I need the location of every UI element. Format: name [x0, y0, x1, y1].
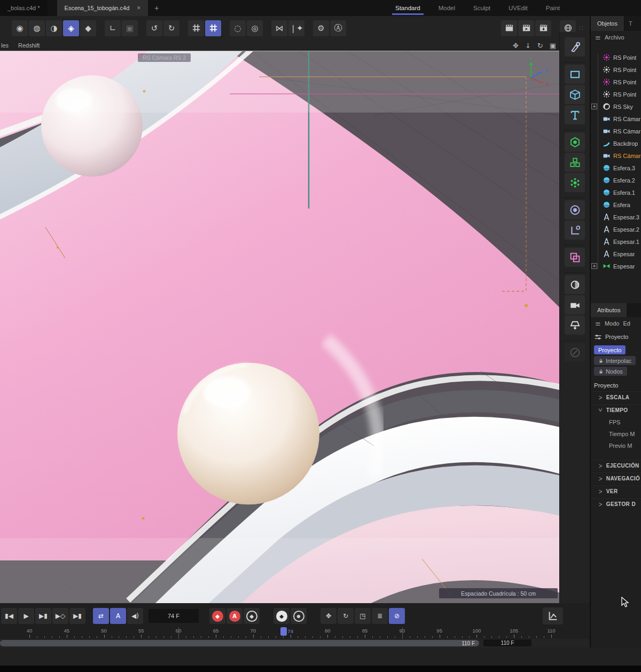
- record-hierarchy-button[interactable]: ●: [291, 608, 307, 624]
- timeline-end-field[interactable]: 110 F: [483, 639, 531, 646]
- group-navegació[interactable]: >NAVEGACIÓ: [591, 472, 641, 485]
- object-row[interactable]: Espesar: [591, 248, 641, 260]
- playhead[interactable]: [280, 627, 287, 636]
- tab-atributos[interactable]: Atributos: [591, 303, 627, 317]
- object-row[interactable]: Espesar.3: [591, 211, 641, 223]
- render-picture-viewer-button[interactable]: [518, 20, 534, 36]
- group-escala[interactable]: >ESCALA: [591, 391, 641, 404]
- record-keyframe-button[interactable]: ◆: [209, 608, 225, 624]
- hamburger-icon[interactable]: ≡: [595, 34, 601, 42]
- tweak-tool[interactable]: ◆: [80, 20, 96, 36]
- object-row[interactable]: Espesar.2: [591, 223, 641, 235]
- key-scale-button[interactable]: ◳: [355, 608, 371, 624]
- object-row[interactable]: RS Point: [591, 64, 641, 76]
- pan-view-button[interactable]: ✥: [513, 42, 519, 50]
- goto-end-button[interactable]: ▶▮: [69, 608, 85, 624]
- expander-icon[interactable]: +: [591, 104, 597, 109]
- document-tab-inactive[interactable]: _bolas.c4d *: [0, 0, 48, 16]
- viewport-menu-redshift[interactable]: Redshift: [18, 42, 40, 49]
- attribute-row[interactable]: Previo M: [591, 440, 641, 452]
- rotate-view-button[interactable]: ↻: [537, 42, 543, 50]
- modeling-settings-button[interactable]: ⚙: [313, 20, 329, 36]
- environment-tool[interactable]: [565, 275, 585, 294]
- layout-tab-model[interactable]: Model: [439, 5, 455, 11]
- undo-button[interactable]: ↺: [146, 20, 162, 36]
- next-frame-button[interactable]: ▶▮: [35, 608, 51, 624]
- field-tool[interactable]: [565, 200, 585, 219]
- quantize-snap-button[interactable]: [205, 20, 221, 36]
- sound-toggle-button[interactable]: ◀): [127, 608, 143, 624]
- play-button[interactable]: ▶: [18, 608, 34, 624]
- menu-modo[interactable]: Modo: [605, 320, 620, 327]
- mode-tab-interpolac[interactable]: Interpolac: [594, 356, 636, 365]
- attribute-row[interactable]: FPS: [591, 416, 641, 428]
- light-tool[interactable]: [565, 315, 585, 335]
- object-row[interactable]: Espesar.1: [591, 235, 641, 248]
- axis-center-button[interactable]: ◎: [247, 20, 263, 36]
- auto-mode-button[interactable]: Ⓐ: [330, 20, 346, 36]
- key-rotation-button[interactable]: ↻: [338, 608, 354, 624]
- move-tool[interactable]: ◍: [29, 20, 45, 36]
- key-filter-button[interactable]: ⊘: [389, 608, 405, 624]
- key-position-button[interactable]: ✥: [320, 608, 337, 624]
- spline-pen-tool[interactable]: [565, 37, 585, 57]
- expander-icon[interactable]: +: [591, 263, 597, 269]
- subdivision-surface-tool[interactable]: [565, 132, 585, 152]
- object-row[interactable]: RS Cámar: [591, 113, 641, 125]
- keyframe-selection-button[interactable]: ◆: [244, 608, 260, 624]
- scale-tool[interactable]: ◑: [46, 20, 62, 36]
- object-row[interactable]: RS Point: [591, 76, 641, 88]
- zoom-view-button[interactable]: ↓: [525, 42, 531, 50]
- cloner-tool[interactable]: [565, 153, 585, 172]
- timeline-range-bar[interactable]: 110 F: [0, 640, 479, 646]
- loop-playback-button[interactable]: ⇄: [93, 608, 109, 624]
- play-sound-button[interactable]: ▶◇: [52, 608, 68, 624]
- render-settings-button[interactable]: [535, 20, 551, 36]
- attribute-row[interactable]: Tiempo M: [591, 428, 641, 440]
- primitive-cube-tool[interactable]: [565, 85, 585, 104]
- layout-tab-standard[interactable]: Standard: [395, 5, 420, 11]
- toggle-panel-button[interactable]: ▣: [550, 42, 556, 50]
- object-row[interactable]: RS Point: [591, 88, 641, 100]
- object-row[interactable]: +Espesar: [591, 260, 641, 272]
- group-ejecución[interactable]: >EJECUCIÓN: [591, 459, 641, 472]
- mode-tab-proyecto[interactable]: Proyecto: [594, 345, 626, 354]
- mode-tab-nodos[interactable]: Nodos: [594, 367, 627, 376]
- live-selection-tool[interactable]: ◉: [12, 20, 28, 36]
- new-tab-button[interactable]: +: [148, 0, 165, 16]
- viewport-menu-fragment[interactable]: les: [1, 42, 9, 49]
- layout-tab-sculpt[interactable]: Sculpt: [473, 5, 490, 11]
- spline-primitive-tool[interactable]: [565, 65, 585, 84]
- object-row[interactable]: Esfera: [591, 199, 641, 211]
- render-view-button[interactable]: [501, 20, 517, 36]
- workplane-button[interactable]: ▣: [122, 20, 138, 36]
- tracer-tool[interactable]: [565, 220, 585, 240]
- grid-snap-button[interactable]: [188, 20, 204, 36]
- coordinate-system-button[interactable]: ∟: [105, 20, 121, 36]
- deformer-tool[interactable]: [565, 173, 585, 192]
- timeline-ruler[interactable]: 404550556065708085909510010511074: [0, 627, 590, 639]
- object-row[interactable]: Backdrop: [591, 137, 641, 149]
- group-tiempo[interactable]: >TIEMPO: [591, 404, 641, 416]
- redo-button[interactable]: ↻: [163, 20, 179, 36]
- tab-objetos[interactable]: Objetos: [591, 16, 624, 31]
- hamburger-icon[interactable]: ≡: [595, 320, 601, 328]
- object-row[interactable]: Esfera.1: [591, 186, 641, 199]
- object-row[interactable]: RS Point: [591, 51, 641, 64]
- object-row[interactable]: Esfera.3: [591, 162, 641, 174]
- document-tab-active[interactable]: Escena_15_tobogán.c4d ×: [57, 0, 148, 16]
- object-row[interactable]: Esfera.2: [591, 174, 641, 186]
- enable-snap-button[interactable]: ◌: [230, 20, 246, 36]
- tab-tomas[interactable]: T: [624, 16, 637, 31]
- goto-start-button[interactable]: ▮◀: [1, 608, 17, 624]
- key-parameter-button[interactable]: ≣: [372, 608, 388, 624]
- viewport-3d[interactable]: RS Cámara RS 2 Espaciado Cuadrícula : 50…: [0, 51, 559, 603]
- symmetry-button[interactable]: ⋈: [271, 20, 287, 36]
- snapping-options-button[interactable]: ❘✦: [288, 20, 304, 36]
- group-gestor d[interactable]: >GESTOR D: [591, 497, 641, 510]
- group-ver[interactable]: >VER: [591, 485, 641, 497]
- layout-tab-paint[interactable]: Paint: [546, 5, 560, 11]
- text-tool[interactable]: [565, 105, 585, 124]
- record-active-objects-button[interactable]: ◆: [273, 608, 290, 624]
- current-frame-field[interactable]: 74 F: [148, 609, 199, 623]
